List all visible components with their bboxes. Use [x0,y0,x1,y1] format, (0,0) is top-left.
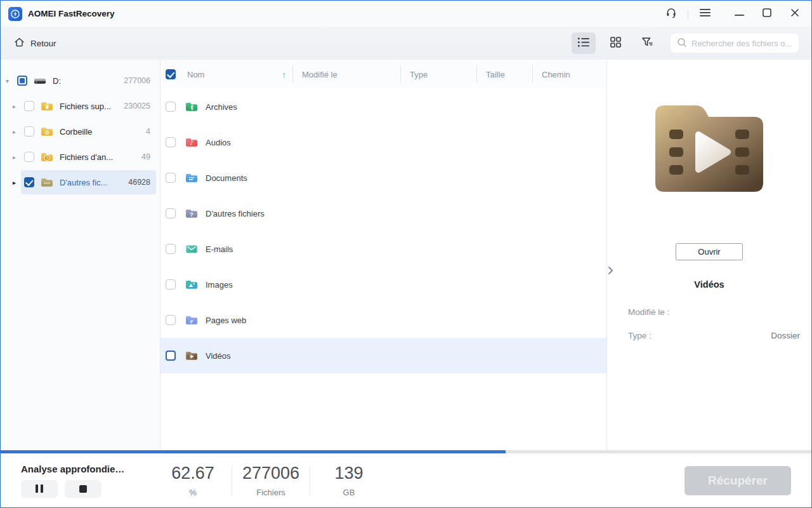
preview-panel: Ouvrir Vidéos Modifié le : Type : Dossie… [606,60,811,450]
expand-arrow-icon[interactable]: ▸ [13,154,21,161]
svg-text:e: e [190,318,193,324]
webpages-folder-icon: e [185,313,199,327]
file-row-label: Vidéos [206,351,231,361]
file-row-emails[interactable]: E-mails [160,231,606,267]
tree-item-count: 46928 [128,178,150,187]
sidebar-item-drive-d[interactable]: ▾ D: 277006 [1,68,160,93]
images-folder-icon [185,277,199,291]
column-label: Nom [187,70,204,79]
column-header-chemin[interactable]: Chemin [532,65,606,83]
file-row-images[interactable]: Images [160,267,606,302]
sidebar-item-other-files[interactable]: ▸ D'autres fic... 46928 [1,170,160,195]
modified-label: Modifié le : [628,307,669,317]
column-header-type[interactable]: Type [400,65,476,83]
other-files-folder-icon: ? [185,206,199,220]
file-row-webpages[interactable]: e Pages web [160,302,606,338]
maximize-button[interactable] [757,4,777,23]
tree-item-count: 277006 [124,76,150,85]
svg-text:♻: ♻ [44,130,49,136]
row-checkbox[interactable] [166,279,176,290]
back-label: Retour [30,39,56,48]
sidebar-item-old-files[interactable]: ▸ Fichiers d'an... 49 [1,144,160,170]
search-input[interactable] [691,39,792,48]
file-row-other-files[interactable]: ? D'autres fichiers [160,196,606,231]
list-view-button[interactable] [572,32,596,54]
old-files-checkbox[interactable] [24,152,34,162]
deleted-folder-icon [40,99,54,113]
open-button[interactable]: Ouvrir [676,243,743,260]
grid-view-button[interactable] [603,32,627,54]
row-checkbox[interactable] [166,315,176,325]
row-checkbox[interactable] [166,137,176,147]
pause-scan-button[interactable] [21,480,58,498]
file-row-label: E-mails [206,244,233,254]
tree-item-count: 4 [146,127,150,136]
title-bar: AOMEI FastRecovery [1,1,811,27]
expand-arrow-icon[interactable]: ▸ [13,179,21,186]
tree-item-label: Fichiers d'an... [60,152,138,162]
audios-folder-icon: ♪ [185,135,199,149]
headset-icon [665,7,677,20]
collapse-expander-icon[interactable]: ▾ [6,77,14,84]
deleted-files-checkbox[interactable] [24,101,34,111]
stop-scan-button[interactable] [65,480,102,498]
sidebar-item-recycle-bin[interactable]: ▸ ♻ Corbeille 4 [1,119,160,144]
other-folder-icon [40,175,54,189]
select-all-checkbox[interactable] [166,69,176,79]
videos-folder-icon [185,349,199,363]
row-checkbox[interactable] [166,208,176,218]
sort-ascending-icon[interactable]: ↑ [282,70,287,79]
history-folder-icon [40,150,54,164]
support-headset-button[interactable] [661,4,681,23]
documents-folder-icon [185,171,199,185]
recycle-folder-icon: ♻ [40,124,54,138]
file-row-archives[interactable]: Archives [160,89,606,124]
type-label: Type : [628,331,652,340]
grid-view-icon [610,37,621,50]
file-row-audios[interactable]: ♪ Audios [160,124,606,160]
sidebar-item-deleted-files[interactable]: ▸ Fichiers sup... 230025 [1,93,160,119]
row-checkbox[interactable] [166,244,176,254]
scan-stats: 62.67 % 277006 Fichiers 139 GB [154,464,388,497]
filter-icon [641,37,653,50]
column-header-modifie[interactable]: Modifié le [292,65,400,83]
expand-arrow-icon[interactable]: ▸ [13,128,21,135]
other-files-checkbox[interactable] [24,177,34,187]
tree-item-label: D: [53,76,120,86]
file-row-label: Audios [206,138,231,147]
content-area: ▾ D: 277006 [1,60,811,450]
row-checkbox[interactable] [166,102,176,112]
drive-d-checkbox[interactable] [17,76,27,86]
expand-arrow-icon[interactable]: ▸ [13,103,21,110]
chevron-right-icon [608,266,613,277]
tree-item-label: D'autres fic... [60,178,124,187]
close-icon [790,8,799,19]
file-row-label: Archives [206,102,237,112]
close-button[interactable] [785,4,805,23]
back-home-button[interactable]: Retour [13,36,56,50]
svg-text:?: ? [190,211,193,218]
minimize-button[interactable] [729,4,749,23]
file-row-label: Documents [206,173,247,183]
recycle-bin-checkbox[interactable] [24,126,34,137]
main-menu-button[interactable] [695,4,715,23]
recover-button[interactable]: Récupérer [684,466,791,495]
file-row-documents[interactable]: Documents [160,160,606,196]
row-checkbox[interactable] [166,173,176,183]
svg-text:♪: ♪ [190,139,193,146]
app-window: AOMEI FastRecovery [0,0,812,508]
panel-collapse-button[interactable] [608,264,618,278]
search-icon [677,37,687,50]
file-row-label: Images [206,280,233,290]
tree-item-count: 230025 [124,102,150,110]
search-box [671,34,799,53]
stop-icon [79,485,87,493]
row-checkbox[interactable] [166,351,176,361]
filter-button[interactable] [635,32,659,54]
file-list: Nom ↑ Modifié le Type Taille Chemin [160,60,606,450]
type-value: Dossier [771,331,800,340]
column-header-nom[interactable]: Nom ↑ [160,60,292,89]
list-header: Nom ↑ Modifié le Type Taille Chemin [160,60,606,89]
file-row-videos[interactable]: Vidéos [160,338,606,373]
column-header-taille[interactable]: Taille [476,65,532,83]
